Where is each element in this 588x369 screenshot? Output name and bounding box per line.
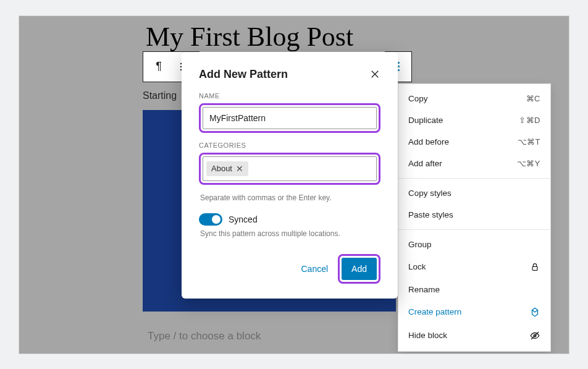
categories-field-label: CATEGORIES: [199, 142, 380, 149]
menu-item-add-before[interactable]: Add before ⌥⌘T: [398, 131, 550, 153]
menu-item-copy[interactable]: Copy ⌘C: [398, 88, 550, 109]
add-pattern-modal: Add New Pattern NAME CATEGORIES About ✕ …: [182, 52, 398, 299]
menu-item-create-pattern[interactable]: Create pattern: [398, 300, 550, 324]
modal-title: Add New Pattern: [199, 68, 288, 81]
menu-item-label: Group: [408, 240, 432, 249]
menu-item-rename[interactable]: Rename: [398, 279, 550, 300]
block-context-menu: Copy ⌘C Duplicate ⇧⌘D Add before ⌥⌘T Add…: [398, 83, 551, 352]
chip-label: About: [211, 164, 232, 173]
menu-item-shortcut: ⌥⌘T: [518, 137, 540, 146]
menu-item-label: Add before: [408, 137, 449, 146]
menu-item-label: Rename: [408, 285, 440, 294]
svg-rect-0: [532, 266, 537, 270]
editor-canvas: My First Blog Post ¶ Starting Type / to …: [19, 15, 569, 354]
categories-field-highlight: About ✕: [199, 153, 380, 185]
block-appender[interactable]: Type / to choose a block: [148, 330, 261, 342]
close-icon[interactable]: [369, 69, 380, 80]
menu-item-group[interactable]: Group: [398, 234, 550, 255]
menu-item-shortcut: ⌘C: [526, 94, 540, 103]
category-chip[interactable]: About ✕: [206, 161, 248, 176]
menu-item-label: Copy: [408, 94, 428, 103]
menu-item-label: Paste styles: [408, 210, 453, 219]
synced-toggle[interactable]: [199, 213, 222, 226]
name-field-highlight: [199, 103, 380, 133]
add-button[interactable]: Add: [342, 258, 377, 280]
menu-item-label: Hide block: [408, 331, 447, 340]
menu-item-lock[interactable]: Lock: [398, 255, 550, 279]
menu-item-label: Lock: [408, 262, 426, 271]
menu-item-label: Add after: [408, 159, 442, 168]
pattern-icon: [529, 307, 540, 318]
add-button-highlight: Add: [338, 254, 380, 284]
menu-item-shortcut: ⌥⌘Y: [517, 159, 540, 168]
post-title: My First Blog Post: [146, 21, 353, 53]
synced-label: Synced: [229, 214, 258, 224]
name-field-label: NAME: [199, 92, 380, 100]
pattern-name-input[interactable]: [203, 107, 377, 129]
categories-helper: Separate with commas or the Enter key.: [200, 193, 379, 202]
menu-item-copy-styles[interactable]: Copy styles: [398, 182, 550, 204]
menu-item-add-after[interactable]: Add after ⌥⌘Y: [398, 153, 550, 174]
menu-item-label: Create pattern: [408, 307, 461, 316]
lock-icon: [529, 261, 540, 273]
categories-input[interactable]: About ✕: [203, 156, 377, 181]
menu-item-hide-block[interactable]: Hide block: [398, 324, 550, 347]
cancel-button[interactable]: Cancel: [296, 258, 333, 280]
paragraph-icon[interactable]: ¶: [149, 57, 168, 76]
chip-remove-icon[interactable]: ✕: [236, 164, 243, 174]
menu-item-label: Copy styles: [408, 189, 452, 198]
hide-icon: [529, 330, 540, 341]
menu-item-shortcut: ⇧⌘D: [519, 116, 540, 125]
menu-item-label: Duplicate: [408, 116, 443, 125]
synced-helper: Sync this pattern across multiple locati…: [200, 229, 379, 238]
menu-item-paste-styles[interactable]: Paste styles: [398, 204, 550, 226]
paragraph-text[interactable]: Starting: [143, 90, 177, 101]
menu-item-duplicate[interactable]: Duplicate ⇧⌘D: [398, 109, 550, 131]
